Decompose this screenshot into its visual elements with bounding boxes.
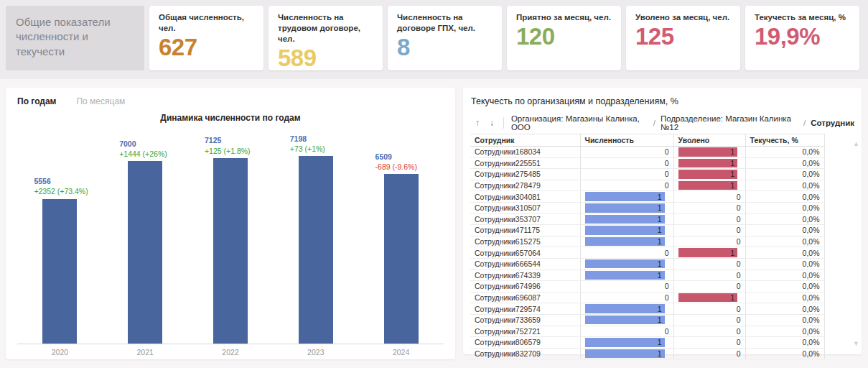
bar-chart-plot: 5556+2352 (+73.4%)7000+1444 (+26%)7125+1…: [17, 124, 444, 344]
cell-bar: 1: [585, 192, 665, 201]
kpi-value: 125: [635, 23, 732, 50]
bar-delta-label: +2352 (+73.4%): [34, 186, 102, 196]
turnover-cell: 0,0%: [745, 169, 824, 180]
metric-cell: 0: [580, 292, 673, 303]
turnover-cell: 0,0%: [745, 270, 824, 281]
kpi-value: 120: [516, 23, 612, 50]
table-row[interactable]: Сотрудники310507100,0%: [470, 202, 824, 213]
cell-bar: 1: [585, 316, 665, 325]
kpi-card-total-headcount: Общая численность, чел. 627: [149, 6, 263, 70]
turnover-cell: 0,0%: [745, 157, 824, 169]
metric-cell: 1: [580, 270, 673, 281]
bar-data-labels: 7125+125 (+1.8%): [188, 135, 274, 155]
kpi-label: Численность на договоре ГПХ, чел.: [397, 12, 493, 34]
metric-cell: 0: [673, 236, 745, 247]
cell-bar: 1: [678, 293, 738, 303]
employee-cell: Сотрудники674996: [470, 281, 580, 293]
column-header[interactable]: Уволено: [673, 134, 745, 147]
tab-by-months[interactable]: По месяцам: [76, 96, 125, 106]
column-header[interactable]: Текучесть, %: [745, 134, 824, 147]
scroll-down-icon[interactable]: ▼: [853, 341, 859, 347]
sort-asc-button[interactable]: ↑: [470, 118, 485, 128]
table-row[interactable]: Сотрудники696087010,0%: [470, 292, 824, 303]
cell-bar: 1: [585, 226, 665, 235]
bar-delta-label: +73 (+1%): [290, 144, 358, 154]
table-row[interactable]: Сотрудники832709100,0%: [470, 348, 824, 359]
cell-bar: 1: [678, 181, 738, 190]
chart-tabs: По годам По месяцам: [17, 96, 444, 106]
table-row[interactable]: Сотрудники674339100,0%: [470, 270, 824, 281]
bar-group-2023: 7198+73 (+1%): [273, 134, 358, 344]
kpi-card-labor-contract: Численность на трудовом договоре, чел. 5…: [269, 6, 383, 70]
breadcrumb-department[interactable]: Подразделение: Магазин Калинка №12: [661, 114, 798, 132]
breadcrumb-separator: /: [653, 119, 655, 127]
employee-cell: Сотрудники657064: [470, 247, 580, 259]
metric-cell: 1: [673, 180, 745, 191]
table-row[interactable]: Сотрудники657064010,0%: [470, 247, 824, 259]
metric-cell: 0: [673, 258, 745, 270]
bar-delta-label: +1444 (+26%): [119, 149, 187, 159]
table-row[interactable]: Сотрудники666544100,0%: [470, 258, 824, 270]
x-tick-2023: 2023: [273, 348, 358, 356]
column-header[interactable]: Численность: [580, 134, 673, 147]
toolbar-divider: [503, 117, 504, 129]
breadcrumb-organization[interactable]: Организация: Магазины Калинка, ООО: [511, 114, 648, 132]
sort-desc-button[interactable]: ↓: [485, 118, 499, 128]
column-header[interactable]: Сотрудник: [470, 134, 580, 147]
table-row[interactable]: Сотрудники752721000,0%: [470, 326, 824, 337]
table-header-row: СотрудникЧисленностьУволеноТекучесть, %: [470, 134, 824, 147]
bar-group-2020: 5556+2352 (+73.4%): [17, 176, 103, 344]
bar-2023[interactable]: [299, 156, 333, 344]
bar-value-label: 6509: [375, 152, 444, 162]
table-row[interactable]: Сотрудники275485010,0%: [470, 169, 824, 180]
kpi-label: Текучесть за месяц, %: [755, 12, 851, 23]
employee-cell: Сотрудники275485: [470, 169, 580, 180]
metric-cell: 0: [673, 270, 745, 281]
turnover-table: СотрудникЧисленностьУволеноТекучесть, % …: [470, 134, 825, 359]
employee-cell: Сотрудники278479: [470, 180, 580, 191]
tab-by-years[interactable]: По годам: [17, 96, 56, 106]
metric-cell: 1: [673, 147, 745, 158]
bar-2021[interactable]: [128, 161, 162, 344]
metric-cell: 0: [580, 157, 673, 169]
bar-delta-label: +125 (+1.8%): [205, 146, 273, 156]
table-row[interactable]: Сотрудники471175100,0%: [470, 225, 824, 236]
table-title: Текучесть по организациям и подразделени…: [471, 96, 854, 106]
metric-cell: 1: [673, 292, 745, 303]
turnover-cell: 0,0%: [745, 225, 824, 236]
employee-cell: Сотрудники666544: [470, 258, 580, 270]
bar-2020[interactable]: [42, 199, 77, 344]
bar-group-2021: 7000+1444 (+26%): [103, 139, 188, 344]
bar-2022[interactable]: [213, 158, 248, 344]
turnover-cell: 0,0%: [745, 314, 824, 326]
scroll-up-icon[interactable]: ▲: [853, 141, 859, 147]
metric-cell: 1: [673, 157, 745, 169]
x-tick-2024: 2024: [358, 348, 444, 356]
employee-cell: Сотрудники832709: [470, 348, 580, 359]
metric-cell: 1: [580, 303, 673, 315]
x-tick-2020: 2020: [17, 348, 103, 356]
turnover-cell: 0,0%: [745, 191, 824, 203]
table-row[interactable]: Сотрудники225551010,0%: [470, 157, 824, 169]
bar-group-2024: 6509-689 (-9.6%): [358, 152, 444, 344]
table-row[interactable]: Сотрудники353707100,0%: [470, 213, 824, 225]
employee-cell: Сотрудники615275: [470, 236, 580, 247]
metric-cell: 1: [673, 169, 745, 180]
table-row[interactable]: Сотрудники615275100,0%: [470, 236, 824, 247]
table-row[interactable]: Сотрудники674996000,0%: [470, 281, 824, 293]
table-row[interactable]: Сотрудники729574100,0%: [470, 303, 824, 315]
metric-cell: 0: [580, 169, 673, 180]
x-axis-labels: 20202021202220232024: [17, 344, 444, 356]
metric-cell: 0: [580, 180, 673, 191]
table-row[interactable]: Сотрудники168034010,0%: [470, 147, 824, 158]
bar-2024[interactable]: [384, 174, 419, 344]
table-row[interactable]: Сотрудники278479010,0%: [470, 180, 824, 191]
table-row[interactable]: Сотрудники733659100,0%: [470, 314, 824, 326]
cell-bar: 1: [585, 338, 665, 347]
table-row[interactable]: Сотрудники304081100,0%: [470, 191, 824, 203]
turnover-cell: 0,0%: [745, 247, 824, 259]
breadcrumb-employee: Сотрудник: [811, 119, 854, 127]
cell-bar: 1: [585, 259, 665, 269]
table-row[interactable]: Сотрудники806579100,0%: [470, 337, 824, 349]
bar-value-label: 5556: [34, 176, 102, 186]
